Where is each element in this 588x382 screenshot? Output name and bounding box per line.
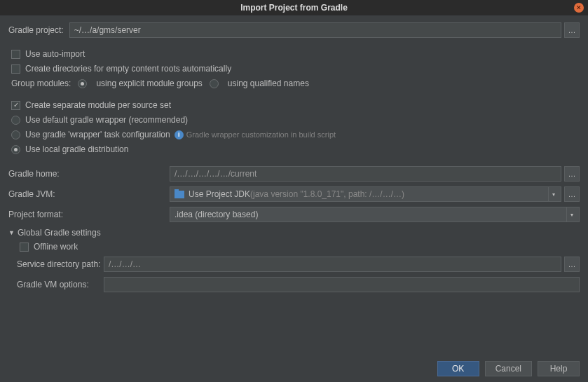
- radio-icon: [78, 79, 87, 88]
- chevron-down-icon: ▾: [566, 207, 576, 221]
- project-format-dropdown[interactable]: .idea (directory based) ▾: [170, 207, 580, 222]
- folder-icon: [175, 191, 184, 198]
- wrapper-hint: Gradle wrapper customization in build sc…: [186, 130, 336, 139]
- gradle-jvm-label: Gradle JVM:: [8, 189, 170, 199]
- checkbox-icon: [11, 64, 20, 74]
- checkbox-icon: [11, 101, 20, 110]
- auto-import-option[interactable]: Use auto-import: [8, 49, 580, 59]
- browse-gradle-home-button[interactable]: …: [564, 166, 580, 182]
- checkbox-icon: [11, 50, 20, 59]
- offline-work-option[interactable]: Offline work: [17, 242, 580, 252]
- wrapper-task-radio[interactable]: Use gradle 'wrapper' task configuration …: [8, 130, 580, 139]
- browse-gradle-project-button[interactable]: …: [564, 22, 580, 38]
- local-dist-radio[interactable]: Use local gradle distribution: [8, 144, 580, 154]
- browse-gradle-jvm-button[interactable]: …: [564, 186, 580, 202]
- gradle-jvm-dropdown[interactable]: Use Project JDK (java version "1.8.0_171…: [170, 186, 561, 202]
- radio-icon: [11, 116, 20, 125]
- create-dirs-option[interactable]: Create directories for empty content roo…: [8, 64, 580, 74]
- window-title: Import Project from Gradle: [240, 3, 348, 13]
- browse-service-dir-button[interactable]: …: [564, 257, 580, 272]
- radio-icon: [11, 145, 20, 154]
- service-dir-input[interactable]: [104, 257, 561, 272]
- gradle-project-label: Gradle project:: [8, 25, 64, 35]
- global-settings-header[interactable]: ▼ Global Gradle settings: [8, 228, 580, 238]
- group-modules-label: Group modules:: [11, 79, 71, 88]
- vm-options-input[interactable]: [104, 277, 580, 292]
- radio-icon: [11, 130, 20, 139]
- checkbox-icon: [20, 243, 29, 252]
- project-format-label: Project format:: [8, 210, 170, 219]
- help-button[interactable]: Help: [538, 361, 580, 376]
- radio-icon: [210, 79, 219, 88]
- explicit-groups-radio[interactable]: using explicit module groups: [78, 79, 202, 88]
- info-icon: i: [175, 130, 184, 139]
- close-icon[interactable]: ✕: [574, 3, 584, 13]
- service-dir-label: Service directory path:: [17, 259, 104, 269]
- ok-button[interactable]: OK: [437, 361, 479, 376]
- dialog-footer: OK Cancel Help: [0, 355, 588, 382]
- chevron-down-icon: ▾: [548, 187, 558, 201]
- titlebar: Import Project from Gradle ✕: [0, 0, 588, 15]
- cancel-button[interactable]: Cancel: [485, 361, 532, 376]
- gradle-home-label: Gradle home:: [8, 169, 170, 179]
- gradle-home-input[interactable]: /…/…/…/…/…/current: [170, 166, 561, 182]
- gradle-project-input[interactable]: [69, 22, 561, 38]
- vm-options-label: Gradle VM options:: [17, 280, 104, 289]
- default-wrapper-radio[interactable]: Use default gradle wrapper (recommended): [8, 115, 580, 125]
- qualified-names-radio[interactable]: using qualified names: [210, 79, 309, 88]
- separate-module-option[interactable]: Create separate module per source set: [8, 100, 580, 110]
- triangle-down-icon: ▼: [8, 229, 15, 236]
